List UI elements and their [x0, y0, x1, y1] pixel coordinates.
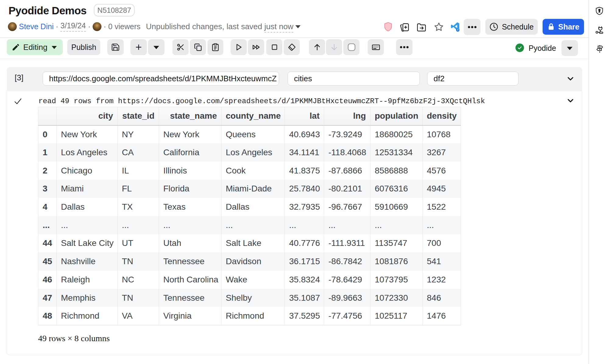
- svg-text:f: f: [457, 28, 458, 31]
